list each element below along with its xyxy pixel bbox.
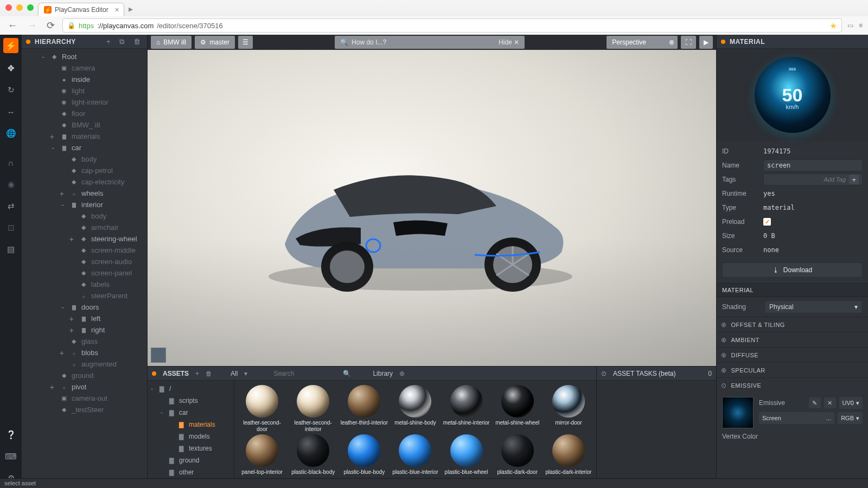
playcanvas-logo[interactable]: ⚡ bbox=[3, 38, 18, 53]
tags-input[interactable]: Add Tag + bbox=[763, 174, 863, 185]
asset-item[interactable]: leather-third-interior bbox=[340, 385, 388, 432]
asset-folder[interactable]: ▇ground bbox=[148, 454, 234, 466]
menu-icon[interactable]: ≡ bbox=[859, 22, 863, 29]
hierarchy-item[interactable]: ◆screen-middle bbox=[22, 245, 147, 256]
hierarchy-item[interactable]: ◆BMW_ i8 bbox=[22, 119, 147, 131]
viewport-3d[interactable] bbox=[148, 50, 716, 366]
hierarchy-item[interactable]: +▇materials bbox=[22, 131, 147, 142]
hide-search-button[interactable]: Hide ✕ bbox=[499, 38, 519, 46]
hierarchy-item[interactable]: ◆labels bbox=[22, 279, 147, 290]
bake-tool-icon[interactable]: ⊡ bbox=[1, 218, 21, 237]
expand-toggle[interactable]: + bbox=[22, 235, 76, 243]
asset-item[interactable]: plastic-blue-interior bbox=[391, 434, 439, 476]
library-add-icon[interactable]: ⊕ bbox=[399, 370, 405, 377]
scale-tool-icon[interactable]: ↔ bbox=[1, 102, 21, 121]
asset-item[interactable]: metal-shine-body bbox=[391, 385, 439, 432]
accordion-header[interactable]: ⊕AMBIENT bbox=[717, 332, 868, 347]
world-tool-icon[interactable]: 🌐 bbox=[1, 124, 21, 143]
fullscreen-button[interactable]: ⛶ bbox=[681, 36, 696, 49]
accordion-header[interactable]: ⊕DIFFUSE bbox=[717, 347, 868, 362]
hierarchy-item[interactable]: ◆body bbox=[22, 210, 147, 222]
assets-filter[interactable]: All bbox=[231, 370, 238, 377]
hierarchy-item[interactable]: ⬦steerParent bbox=[22, 290, 147, 301]
asset-item[interactable]: plastic-dark-interior bbox=[544, 434, 593, 476]
maximize-window-button[interactable] bbox=[27, 4, 34, 11]
play-button[interactable]: ▶ bbox=[699, 36, 713, 49]
hierarchy-item[interactable]: ◉light-interior bbox=[22, 97, 147, 108]
move-tool-icon[interactable]: ✥ bbox=[1, 59, 21, 78]
hierarchy-item[interactable]: ◆floor bbox=[22, 108, 147, 119]
close-tab-button[interactable]: × bbox=[115, 6, 119, 14]
delete-button[interactable]: 🗑 bbox=[131, 37, 143, 46]
hierarchy-item[interactable]: ◆armchair bbox=[22, 222, 147, 233]
hierarchy-item[interactable]: -▇interior bbox=[22, 199, 147, 210]
expand-toggle[interactable]: - bbox=[161, 409, 166, 416]
address-bar[interactable]: 🔒 https://playcanvas.com/editor/scene/37… bbox=[62, 18, 842, 33]
hierarchy-item[interactable]: ◆glass bbox=[22, 336, 147, 347]
rotate-tool-icon[interactable]: ↻ bbox=[1, 80, 21, 100]
asset-folder[interactable]: ▇models bbox=[148, 431, 234, 442]
snap-tool-icon[interactable]: ∩ bbox=[1, 153, 21, 172]
branch-breadcrumb[interactable]: ⚙ master bbox=[195, 36, 235, 49]
asset-item[interactable]: plastic-dark-door bbox=[493, 434, 542, 476]
preload-checkbox[interactable]: ✓ bbox=[763, 218, 771, 226]
close-window-button[interactable] bbox=[5, 4, 12, 11]
hierarchy-item[interactable]: ◆cap-electricity bbox=[22, 176, 147, 188]
help-icon[interactable]: ❔ bbox=[1, 425, 21, 445]
minimize-window-button[interactable] bbox=[16, 4, 23, 11]
hierarchy-item[interactable]: ◆screen-panel bbox=[22, 267, 147, 279]
expand-toggle[interactable]: + bbox=[22, 326, 76, 335]
accordion-header[interactable]: ⊕SPECULAR bbox=[717, 362, 868, 377]
user-avatar[interactable] bbox=[151, 348, 166, 363]
texture-name-field[interactable]: Screen ... bbox=[759, 412, 834, 424]
asset-folder[interactable]: -▇car bbox=[148, 407, 234, 419]
hierarchy-item[interactable]: ◆body bbox=[22, 153, 147, 165]
asset-folder[interactable]: ▇materials bbox=[148, 419, 234, 431]
hierarchy-item[interactable]: +▇left bbox=[22, 313, 147, 324]
asset-folder[interactable]: ▇textures bbox=[148, 442, 234, 454]
project-breadcrumb[interactable]: ⌂ BMW i8 bbox=[151, 36, 192, 49]
delete-asset-button[interactable]: 🗑 bbox=[206, 370, 212, 377]
accordion-header[interactable]: ⊕OFFSET & TILING bbox=[717, 317, 868, 332]
asset-item[interactable]: plastic-blue-wheel bbox=[442, 434, 491, 476]
forward-button[interactable]: → bbox=[25, 20, 39, 31]
duplicate-button[interactable]: ⧉ bbox=[117, 37, 127, 46]
hierarchy-item[interactable]: ▣camera bbox=[22, 62, 147, 74]
browser-tab[interactable]: ⚡ PlayCanvas Editor × bbox=[38, 3, 124, 16]
hierarchy-item[interactable]: ◆_testSteer bbox=[22, 404, 147, 415]
asset-item[interactable]: plastic-black-body bbox=[289, 434, 337, 476]
page-icon[interactable]: ▭ bbox=[847, 22, 853, 29]
reload-button[interactable]: ⟳ bbox=[44, 20, 57, 31]
camera-close-icon[interactable]: ⊗ bbox=[669, 38, 674, 46]
console-icon[interactable]: ⌨ bbox=[1, 447, 21, 466]
hierarchy-item[interactable]: ◆screen-audio bbox=[22, 256, 147, 267]
bookmark-star-icon[interactable]: ★ bbox=[829, 21, 837, 31]
expand-toggle[interactable]: - bbox=[22, 303, 66, 312]
expand-toggle[interactable]: + bbox=[22, 383, 56, 391]
assets-folder-tree[interactable]: -▇/▇scripts-▇car▇materials▇models▇textur… bbox=[148, 381, 234, 488]
download-button[interactable]: ⭳ Download bbox=[722, 262, 863, 278]
uv-select[interactable]: UV0▾ bbox=[839, 397, 863, 409]
expand-toggle[interactable]: + bbox=[22, 189, 66, 198]
camera-selector[interactable]: Perspective ⊗ bbox=[607, 36, 678, 49]
material-preview[interactable]: 360 50 km/h bbox=[717, 49, 868, 141]
name-input[interactable] bbox=[763, 159, 863, 171]
asset-item[interactable]: leather-second-door bbox=[238, 385, 286, 432]
chat-tool-icon[interactable]: ▤ bbox=[1, 240, 21, 259]
asset-folder[interactable]: -▇/ bbox=[148, 383, 234, 395]
expand-toggle[interactable]: - bbox=[22, 144, 56, 152]
expand-toggle[interactable]: + bbox=[22, 132, 56, 141]
hierarchy-item[interactable]: -◆Root bbox=[22, 51, 147, 62]
new-tab-button[interactable]: ▸ bbox=[124, 2, 137, 16]
visibility-tool-icon[interactable]: ◉ bbox=[1, 175, 21, 194]
asset-folder[interactable]: ▇scripts bbox=[148, 395, 234, 407]
hierarchy-item[interactable]: ●inside bbox=[22, 74, 147, 85]
asset-item[interactable]: mirror-door bbox=[544, 385, 593, 432]
hierarchy-tree[interactable]: -◆Root▣camera●inside◉light◉light-interio… bbox=[22, 49, 147, 488]
remove-texture-icon[interactable]: ✕ bbox=[824, 397, 836, 408]
list-icon[interactable]: ☰ bbox=[238, 36, 253, 49]
asset-item[interactable]: metal-shine-interior bbox=[442, 385, 491, 432]
accordion-header[interactable]: ⊙EMISSIVE bbox=[717, 377, 868, 393]
hierarchy-item[interactable]: +◆steering-wheel bbox=[22, 233, 147, 245]
hierarchy-item[interactable]: ▣camera-out bbox=[22, 393, 147, 404]
